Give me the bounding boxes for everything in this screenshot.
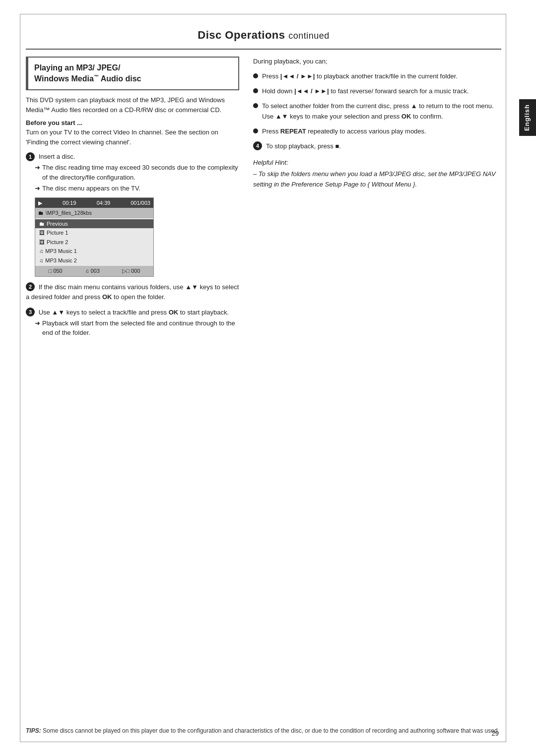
step-4: 4 To stop playback, press ■. <box>253 141 501 151</box>
disc-item-label-4: MP3 Music 2 <box>45 256 77 265</box>
step-1-arrow-2-text: The disc menu appears on the TV. <box>42 184 140 193</box>
bullet-item-1: Press |◄◄ / ►►| to playback another trac… <box>253 71 501 81</box>
disc-menu-item-picture1: 🖼 Picture 1 <box>35 228 153 238</box>
disc-path-text: \MP3_files_128kbs <box>46 209 92 217</box>
helpful-hint-text: – To skip the folders menu when you load… <box>253 169 501 189</box>
bullet-item-2: Hold down |◄◄ / ►►| to fast reverse/ for… <box>253 86 501 96</box>
disc-time-total: 04:39 <box>97 199 111 207</box>
tips-box: TIPS: Some discs cannot be played on thi… <box>26 726 501 735</box>
bullet-content-4: Press REPEAT repeatedly to access variou… <box>262 126 501 136</box>
disc-footer-music: ♫ 003 <box>85 267 100 275</box>
bullet-item-3: To select another folder from the curren… <box>253 101 501 121</box>
disc-item-label-3: MP3 Music 1 <box>45 247 77 255</box>
disc-footer-pic: □ 050 <box>49 267 63 275</box>
section-title-line3: Audio disc <box>99 74 141 83</box>
disc-item-icon-0: 🖿 <box>39 220 45 228</box>
disc-item-label-2: Picture 2 <box>47 238 68 247</box>
disc-menu-screenshot: ▶ 00:19 04:39 001/003 🖿 \MP3_files_128kb… <box>35 197 154 277</box>
disc-item-icon-3: ♫ <box>39 247 43 255</box>
step-2-text: If the disc main menu contains various f… <box>26 283 239 301</box>
page-title-continued: continued <box>288 31 330 41</box>
bullet-dot-1 <box>253 73 258 78</box>
disc-menu-item-mp3music2: ♫ MP3 Music 2 <box>35 256 153 265</box>
bullet-item-4: Press REPEAT repeatedly to access variou… <box>253 126 501 136</box>
section-title: Playing an MP3/ JPEG/ Windows Media™ Aud… <box>34 63 232 84</box>
disc-item-icon-2: 🖼 <box>39 238 45 247</box>
disc-menu-footer: □ 050 ♫ 003 ▷□ 000 <box>35 266 153 276</box>
disc-menu-path: 🖿 \MP3_files_128kbs <box>35 208 153 218</box>
during-playback-text: During playback, you can; <box>253 57 501 66</box>
disc-menu-header: ▶ 00:19 04:39 001/003 <box>35 198 153 208</box>
step-1-number: 1 <box>26 152 35 161</box>
bullet-dot-3 <box>253 103 258 108</box>
section-title-line1: Playing an MP3/ JPEG/ <box>34 63 120 72</box>
disc-menu-items: 🖿 Previous 🖼 Picture 1 🖼 Picture 2 <box>35 218 153 266</box>
disc-time-current: 00:19 <box>63 199 76 207</box>
step-3: 3 Use ▲▼ keys to select a track/file and… <box>26 307 239 338</box>
tips-text: Some discs cannot be played on this play… <box>43 727 499 734</box>
disc-item-icon-1: 🖼 <box>39 229 45 237</box>
disc-track-count: 001/003 <box>131 199 150 207</box>
page-title: Disc Operations continued <box>26 20 501 49</box>
helpful-hint-section: Helpful Hint: – To skip the folders menu… <box>253 158 501 189</box>
disc-footer-vid: ▷□ 000 <box>122 267 140 275</box>
arrow-symbol-2: ➜ <box>35 184 40 193</box>
step-1-arrow-1-text: The disc reading time may exceed 30 seco… <box>42 163 239 182</box>
trademark-symbol: ™ <box>94 74 99 79</box>
arrow-symbol-1: ➜ <box>35 163 40 173</box>
step-2-number: 2 <box>26 282 35 291</box>
left-column: Playing an MP3/ JPEG/ Windows Media™ Aud… <box>26 57 239 343</box>
english-language-tab: English <box>519 99 536 136</box>
two-column-layout: Playing an MP3/ JPEG/ Windows Media™ Aud… <box>26 57 501 343</box>
disc-menu-item-previous: 🖿 Previous <box>35 219 153 229</box>
tips-label: TIPS: <box>26 727 41 734</box>
intro-text: This DVD system can playback most of the… <box>26 95 239 115</box>
step-2: 2 If the disc main menu contains various… <box>26 282 239 302</box>
before-start-text: Turn on your TV to the correct Video In … <box>26 127 239 147</box>
bullet-dot-4 <box>253 128 258 133</box>
bullet-content-2: Hold down |◄◄ / ►►| to fast reverse/ for… <box>262 86 501 96</box>
bullet-dot-2 <box>253 88 258 93</box>
right-column: During playback, you can; Press |◄◄ / ►►… <box>253 57 501 343</box>
title-divider <box>26 49 501 50</box>
disc-menu-item-picture2: 🖼 Picture 2 <box>35 238 153 247</box>
page-title-text: Disc Operations <box>198 29 285 41</box>
disc-item-label-1: Picture 1 <box>47 229 68 237</box>
disc-item-label-0: Previous <box>47 220 68 228</box>
disc-item-icon-4: ♫ <box>39 256 43 265</box>
step-3-number: 3 <box>26 308 35 316</box>
page-content: Disc Operations continued Playing an MP3… <box>26 20 501 736</box>
disc-menu-item-mp3music1: ♫ MP3 Music 1 <box>35 247 153 256</box>
helpful-hint-title: Helpful Hint: <box>253 158 501 168</box>
section-heading: Playing an MP3/ JPEG/ Windows Media™ Aud… <box>26 57 239 90</box>
before-start-label: Before you start ... <box>26 119 239 126</box>
step-4-number: 4 <box>253 141 262 150</box>
bullet-content-1: Press |◄◄ / ►►| to playback another trac… <box>262 71 501 81</box>
disc-play-icon: ▶ <box>38 199 42 207</box>
section-title-line2: Windows Media <box>34 74 94 83</box>
step-3-arrow-1: ➜ Playback will start from the selected … <box>35 318 239 338</box>
step-4-text: To stop playback, press ■. <box>266 141 341 151</box>
step-3-arrow-text: Playback will start from the selected fi… <box>42 318 239 338</box>
disc-folder-icon: 🖿 <box>38 209 44 217</box>
step-1-arrow-1: ➜ The disc reading time may exceed 30 se… <box>35 163 239 182</box>
step-1: 1 Insert a disc. ➜ The disc reading time… <box>26 151 239 277</box>
bullet-content-3: To select another folder from the curren… <box>262 101 501 121</box>
step-3-text: Use ▲▼ keys to select a track/file and p… <box>39 308 229 315</box>
step-1-arrow-2: ➜ The disc menu appears on the TV. <box>35 184 239 193</box>
arrow-symbol-3: ➜ <box>35 318 40 328</box>
step-1-title: Insert a disc. <box>39 153 75 160</box>
